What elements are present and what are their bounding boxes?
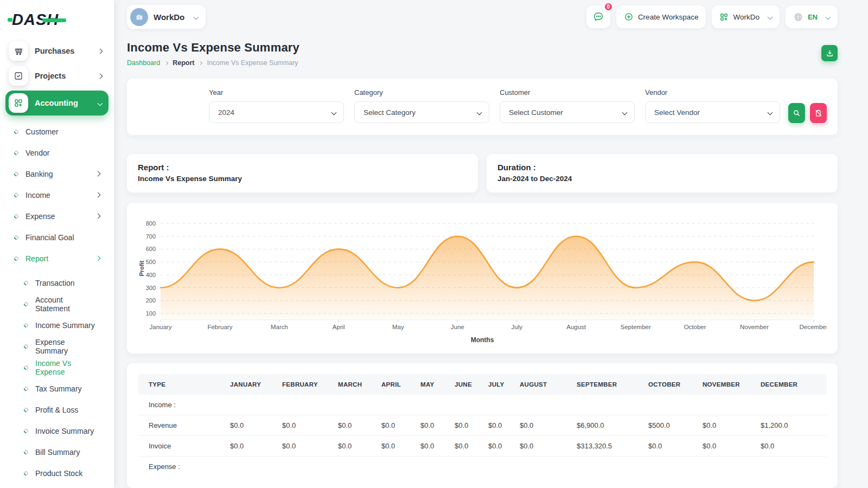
chevron-down-icon [826, 14, 831, 20]
search-icon [793, 109, 801, 117]
chevron-right-icon [98, 48, 103, 54]
customer-value: Select Customer [509, 108, 563, 117]
bullet-icon [23, 301, 29, 307]
bullet-icon [13, 129, 19, 134]
svg-text:800: 800 [146, 220, 156, 227]
sidebar-item-expense-summary[interactable]: Expense Summary [21, 336, 102, 357]
chevron-down-icon [477, 110, 482, 115]
messages-button[interactable]: 0 [586, 5, 610, 28]
year-label: Year [209, 88, 344, 97]
col-march: MARCH [334, 374, 377, 395]
bullet-icon [23, 364, 29, 370]
app-logo[interactable]: DASH [5, 8, 108, 38]
col-december: DECEMBER [756, 374, 827, 395]
category-value: Select Category [363, 108, 416, 117]
plus-circle-icon [624, 12, 634, 22]
workspace-chip[interactable]: WorkDo [127, 5, 206, 29]
svg-text:100: 100 [146, 310, 156, 317]
duration-value: Jan-2024 to Dec-2024 [497, 175, 827, 183]
subitem-label: Invoice Summary [35, 427, 94, 435]
sidebar-item-banking[interactable]: Banking [11, 163, 105, 184]
sidebar-item-label: Purchases [35, 47, 74, 55]
sidebar-item-cash-flow[interactable]: Cash Flow [21, 484, 102, 488]
sidebar-item-tax-summary[interactable]: Tax Summary [21, 378, 102, 399]
bullet-icon [13, 171, 19, 177]
svg-text:September: September [621, 324, 651, 330]
bullet-icon [23, 428, 29, 434]
messages-badge: 0 [604, 2, 613, 11]
svg-text:400: 400 [146, 272, 156, 278]
sidebar-item-projects[interactable]: Projects [5, 63, 108, 88]
customer-select[interactable]: Select Customer [500, 101, 635, 123]
sidebar-item-product-stock[interactable]: Product Stock [21, 463, 102, 484]
sidebar-item-financial-goal[interactable]: Financial Goal [11, 227, 105, 248]
sidebar-item-profit-loss[interactable]: Profit & Loss [21, 399, 102, 420]
download-icon [826, 49, 834, 57]
svg-text:May: May [392, 324, 404, 330]
sidebar-item-report[interactable]: Report [11, 248, 105, 269]
apply-filter-button[interactable] [788, 103, 805, 123]
sidebar: DASH Purchases Projects Accounting [0, 0, 114, 488]
subitem-label: Tax Summary [35, 384, 82, 393]
year-select[interactable]: 2024 [209, 101, 344, 123]
chevron-down-icon [768, 110, 773, 115]
col-type: TYPE [138, 374, 226, 395]
language-button[interactable]: EN [786, 5, 838, 28]
svg-text:March: March [271, 324, 288, 330]
col-may: MAY [416, 374, 450, 395]
sidebar-item-purchases[interactable]: Purchases [5, 38, 108, 63]
check-square-icon [9, 66, 28, 86]
category-label: Category [354, 88, 489, 97]
bullet-icon [23, 386, 29, 391]
report-submenu: Transaction Account Statement Income Sum… [11, 269, 105, 488]
sidebar-item-income-summary[interactable]: Income Summary [21, 314, 102, 336]
sidebar-item-accounting[interactable]: Accounting [5, 91, 108, 115]
vendor-select[interactable]: Select Vendor [645, 101, 780, 123]
reset-filter-button[interactable] [810, 103, 827, 123]
subitem-label: Expense Summary [35, 338, 97, 355]
page-title: Income Vs Expense Summary [127, 41, 299, 55]
svg-text:600: 600 [146, 246, 156, 252]
report-summary-card: Report : Income Vs Expense Summary [127, 154, 478, 192]
report-label: Report : [138, 163, 467, 172]
vendor-label: Vendor [645, 88, 780, 97]
subitem-label: Financial Goal [25, 233, 74, 242]
bullet-icon [13, 213, 19, 219]
sidebar-item-expense[interactable]: Expense [11, 206, 105, 227]
sidebar-item-invoice-summary[interactable]: Invoice Summary [21, 420, 102, 441]
sidebar-item-income[interactable]: Income [11, 184, 105, 206]
workspace-name: WorkDo [154, 12, 184, 22]
create-workspace-label: Create Workspace [638, 13, 699, 21]
subitem-label: Account Statement [35, 296, 97, 313]
col-november: NOVEMBER [698, 374, 756, 395]
breadcrumb-dashboard[interactable]: Dashboard [127, 59, 160, 67]
col-september: SEPTEMBER [572, 374, 644, 395]
report-value: Income Vs Expense Summary [138, 175, 467, 183]
subitem-label: Income [25, 191, 50, 200]
svg-text:June: June [451, 324, 464, 330]
language-code: EN [808, 13, 818, 21]
globe-icon [793, 12, 803, 22]
subitem-label: Transaction [35, 279, 75, 287]
breadcrumb: Dashboard Report Income Vs Expense Summa… [127, 59, 299, 67]
sidebar-item-customer[interactable]: Customer [11, 121, 105, 142]
sidebar-item-bill-summary[interactable]: Bill Summary [21, 441, 102, 463]
duration-summary-card: Duration : Jan-2024 to Dec-2024 [487, 154, 838, 192]
sidebar-menu: Purchases Projects Accounting Customer [5, 38, 108, 488]
svg-text:December: December [799, 324, 827, 330]
svg-text:300: 300 [146, 285, 156, 291]
sidebar-item-account-statement[interactable]: Account Statement [21, 293, 102, 314]
sidebar-item-income-vs-expense[interactable]: Income Vs Expense [21, 357, 102, 378]
sidebar-item-transaction[interactable]: Transaction [21, 272, 102, 293]
logo-accent-bar [42, 18, 66, 22]
breadcrumb-report[interactable]: Report [173, 59, 194, 67]
sidebar-item-vendor[interactable]: Vendor [11, 142, 105, 163]
workspace-switcher-button[interactable]: WorkDo [712, 5, 780, 28]
download-button[interactable] [821, 45, 838, 61]
chevron-right-icon [95, 214, 101, 219]
subitem-label: Income Vs Expense [35, 359, 97, 376]
chevron-right-icon [98, 73, 103, 79]
subitem-label: Vendor [25, 149, 49, 157]
create-workspace-button[interactable]: Create Workspace [616, 5, 706, 28]
category-select[interactable]: Select Category [354, 101, 489, 123]
